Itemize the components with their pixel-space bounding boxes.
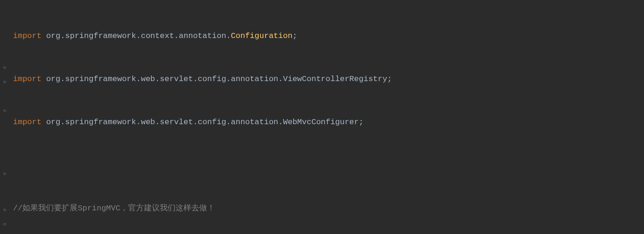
keyword-import: import (13, 75, 41, 83)
class-ref: Configuration (231, 32, 293, 40)
semicolon: ; (293, 32, 297, 40)
code-line (13, 158, 644, 172)
fold-icon[interactable]: ⊖ (2, 171, 7, 177)
keyword-import: import (13, 32, 41, 40)
semicolon: ; (359, 118, 364, 126)
keyword-import: import (13, 118, 41, 126)
code-line: import org.springframework.context.annot… (13, 29, 644, 43)
fold-icon[interactable]: ⊖ (2, 208, 7, 213)
package-path: org.springframework.context.annotation. (41, 32, 231, 40)
semicolon: ; (387, 75, 392, 83)
code-editor[interactable]: ⊖ ⊖ ⊖ ⊖ ⊖ ⊖ import org.springframework.c… (0, 0, 644, 234)
gutter: ⊖ ⊖ ⊖ ⊖ ⊖ ⊖ (0, 0, 9, 234)
code-content[interactable]: import org.springframework.context.annot… (9, 0, 644, 234)
package-path: org.springframework.web.servlet.config.a… (41, 75, 387, 83)
code-line: import org.springframework.web.servlet.c… (13, 72, 644, 86)
fold-icon[interactable]: ⊖ (2, 108, 7, 114)
code-line: //如果我们要扩展SpringMVC，官方建议我们这样去做！ (13, 201, 644, 215)
code-line: import org.springframework.web.servlet.c… (13, 115, 644, 129)
fold-icon[interactable]: ⊖ (2, 80, 7, 85)
fold-icon[interactable]: ⊖ (2, 222, 7, 228)
package-path: org.springframework.web.servlet.config.a… (41, 118, 359, 126)
fold-icon[interactable]: ⊖ (2, 65, 7, 71)
comment: //如果我们要扩展SpringMVC，官方建议我们这样去做！ (13, 204, 215, 213)
